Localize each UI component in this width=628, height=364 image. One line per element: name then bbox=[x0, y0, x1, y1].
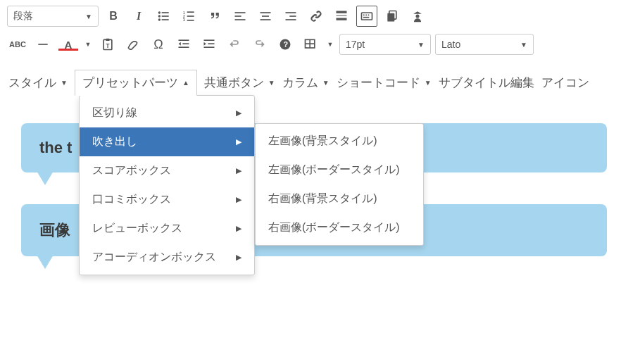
caret-up-icon: ▲ bbox=[182, 79, 189, 87]
submenu-right-image-border[interactable]: 右画像(ボーダースタイル) bbox=[256, 213, 423, 242]
italic-button[interactable]: I bbox=[128, 6, 149, 27]
svg-rect-40 bbox=[208, 43, 214, 44]
svg-rect-16 bbox=[262, 15, 269, 17]
caret-down-icon: ▼ bbox=[322, 79, 329, 87]
svg-rect-38 bbox=[179, 46, 189, 48]
redo-button[interactable] bbox=[249, 34, 270, 55]
menu-subtitle-edit[interactable]: サブタイトル編集 bbox=[439, 75, 534, 91]
caret-down-icon: ▼ bbox=[268, 79, 275, 87]
color-swatch bbox=[58, 49, 78, 51]
svg-rect-20 bbox=[286, 19, 296, 20]
svg-rect-12 bbox=[235, 12, 246, 13]
menu-preset-parts[interactable]: プリセットパーツ ▲ bbox=[75, 70, 197, 96]
format-select[interactable]: 段落 ▼ bbox=[7, 6, 99, 27]
speech-bubble-1-text: the t bbox=[39, 139, 72, 156]
submenu-right-image-bg[interactable]: 右画像(背景スタイル) bbox=[256, 184, 423, 213]
svg-rect-11 bbox=[187, 20, 194, 21]
svg-rect-26 bbox=[365, 15, 367, 16]
svg-rect-34 bbox=[106, 39, 110, 41]
caret-down-icon: ▼ bbox=[61, 79, 68, 87]
align-left-button[interactable] bbox=[230, 6, 251, 27]
svg-rect-32 bbox=[38, 44, 47, 45]
submenu-item-label: 左画像(背景スタイル) bbox=[268, 134, 377, 149]
bold-button[interactable]: B bbox=[103, 6, 124, 27]
special-character-button[interactable]: Ω bbox=[148, 34, 169, 55]
menu-column-label: カラム bbox=[282, 75, 318, 91]
svg-point-0 bbox=[158, 11, 161, 13]
font-size-value: 17pt bbox=[346, 39, 365, 50]
submenu-left-image-bg[interactable]: 左画像(背景スタイル) bbox=[256, 127, 423, 156]
chevron-down-icon: ▼ bbox=[520, 41, 527, 49]
align-right-button[interactable] bbox=[280, 6, 301, 27]
indent-button[interactable] bbox=[199, 34, 220, 55]
font-size-select[interactable]: 17pt ▼ bbox=[339, 34, 431, 55]
chevron-down-icon: ▼ bbox=[85, 13, 92, 20]
svg-point-31 bbox=[416, 15, 420, 18]
menu-subtitle-edit-label: サブタイトル編集 bbox=[439, 75, 534, 91]
link-button[interactable] bbox=[306, 6, 327, 27]
text-color-button[interactable]: A bbox=[58, 34, 79, 55]
table-caret[interactable]: ▼ bbox=[325, 34, 335, 55]
menu-style[interactable]: スタイル ▼ bbox=[8, 75, 68, 91]
svg-rect-41 bbox=[204, 46, 215, 48]
chevron-right-icon: ▶ bbox=[236, 137, 241, 146]
svg-rect-3 bbox=[162, 15, 169, 17]
speech-bubble-2-text: 画像 bbox=[39, 221, 70, 239]
dropdown-item-review-box[interactable]: 口コミボックス ▶ bbox=[80, 185, 254, 214]
copy-button[interactable] bbox=[382, 6, 403, 27]
menu-shortcode[interactable]: ショートコード ▼ bbox=[337, 75, 432, 91]
undo-button[interactable] bbox=[224, 34, 245, 55]
svg-rect-37 bbox=[182, 43, 189, 44]
svg-text:3: 3 bbox=[183, 18, 185, 22]
svg-text:?: ? bbox=[284, 40, 289, 49]
table-button[interactable] bbox=[300, 34, 321, 55]
menu-preset-parts-label: プリセットパーツ bbox=[82, 75, 178, 91]
svg-rect-9 bbox=[187, 15, 194, 17]
menu-shortcode-label: ショートコード bbox=[337, 75, 420, 91]
svg-point-2 bbox=[158, 15, 161, 17]
font-family-select[interactable]: Lato ▼ bbox=[435, 34, 534, 55]
svg-rect-36 bbox=[179, 39, 189, 41]
speech-bubble-submenu: 左画像(背景スタイル) 左画像(ボーダースタイル) 右画像(背景スタイル) 右画… bbox=[255, 123, 424, 246]
paste-text-button[interactable]: T bbox=[97, 34, 118, 55]
menu-icon-label: アイコン bbox=[541, 75, 589, 91]
menu-column[interactable]: カラム ▼ bbox=[282, 75, 329, 91]
svg-rect-22 bbox=[337, 15, 347, 16]
font-family-value: Lato bbox=[441, 39, 460, 50]
svg-rect-30 bbox=[387, 13, 394, 22]
outdent-button[interactable] bbox=[173, 34, 194, 55]
svg-rect-17 bbox=[260, 19, 271, 20]
dropdown-item-review-box-2[interactable]: レビューボックス ▶ bbox=[80, 214, 254, 243]
horizontal-rule-button[interactable] bbox=[32, 34, 54, 55]
keyboard-toggle-button[interactable] bbox=[356, 6, 377, 27]
preset-parts-dropdown: 区切り線 ▶ 吹き出し ▶ スコアボックス ▶ 口コミボックス ▶ レビューボッ… bbox=[79, 95, 255, 275]
numbered-list-button[interactable]: 123 bbox=[179, 6, 200, 27]
text-color-caret[interactable]: ▼ bbox=[83, 34, 93, 55]
svg-rect-15 bbox=[260, 12, 271, 13]
blockquote-button[interactable] bbox=[204, 6, 225, 27]
dropdown-item-speech-bubble[interactable]: 吹き出し ▶ bbox=[80, 127, 254, 156]
dropdown-item-score-box[interactable]: スコアボックス ▶ bbox=[80, 156, 254, 185]
svg-rect-18 bbox=[286, 12, 296, 13]
menu-icon[interactable]: アイコン bbox=[541, 75, 589, 91]
svg-rect-28 bbox=[363, 17, 369, 18]
svg-rect-7 bbox=[187, 11, 194, 13]
svg-text:T: T bbox=[106, 42, 110, 49]
dropdown-item-accordion-box[interactable]: アコーディオンボックス ▶ bbox=[80, 243, 254, 272]
submenu-left-image-border[interactable]: 左画像(ボーダースタイル) bbox=[256, 156, 423, 184]
clear-formatting-button[interactable] bbox=[123, 34, 144, 55]
align-center-button[interactable] bbox=[255, 6, 276, 27]
svg-rect-39 bbox=[204, 39, 215, 41]
menu-common-button[interactable]: 共通ボタン ▼ bbox=[204, 75, 275, 91]
submenu-item-label: 右画像(背景スタイル) bbox=[268, 192, 377, 206]
person-icon-button[interactable] bbox=[407, 6, 428, 27]
svg-rect-25 bbox=[363, 15, 365, 16]
strikethrough-button[interactable]: ABC bbox=[7, 34, 28, 55]
read-more-button[interactable] bbox=[331, 6, 352, 27]
help-button[interactable]: ? bbox=[275, 34, 296, 55]
chevron-right-icon: ▶ bbox=[236, 253, 241, 262]
svg-rect-23 bbox=[337, 18, 347, 20]
bulleted-list-button[interactable] bbox=[153, 6, 175, 27]
dropdown-item-divider[interactable]: 区切り線 ▶ bbox=[80, 99, 254, 127]
svg-rect-14 bbox=[235, 19, 246, 20]
